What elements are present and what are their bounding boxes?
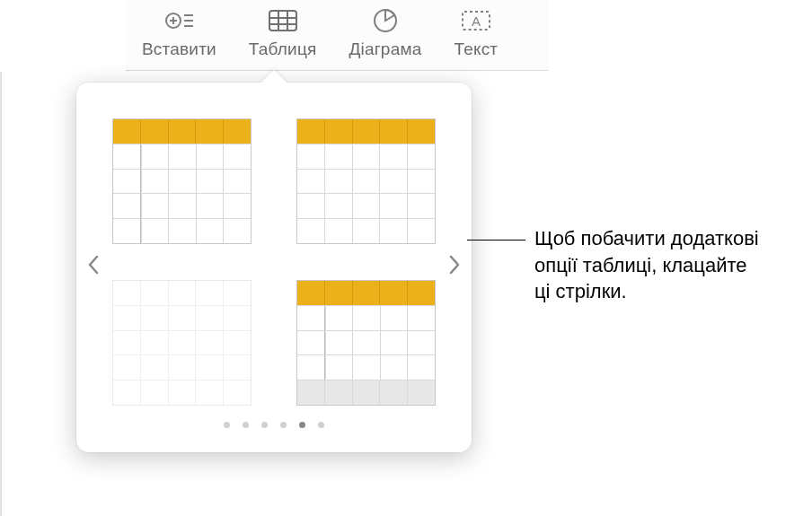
callout-line <box>467 240 525 241</box>
toolbar-chart[interactable]: Діаграма <box>332 7 437 59</box>
toolbar: Вставити Таблиця Діаграма A Текст <box>126 0 548 71</box>
toolbar-label: Діаграма <box>349 39 421 59</box>
toolbar-label: Таблиця <box>249 39 317 59</box>
table-icon <box>268 7 298 34</box>
table-style-option-1[interactable] <box>112 118 252 244</box>
next-page-arrow[interactable] <box>443 244 466 291</box>
text-icon: A <box>461 7 491 34</box>
page-dot-3[interactable] <box>261 422 268 428</box>
callout-text: Щоб побачити додаткові опції таблиці, кл… <box>534 225 768 305</box>
table-styles-popover <box>76 83 472 452</box>
window-edge <box>0 72 2 516</box>
page-dot-1[interactable] <box>224 422 230 428</box>
table-style-option-4[interactable] <box>296 280 436 406</box>
page-dot-6[interactable] <box>318 422 324 428</box>
insert-icon <box>163 7 194 34</box>
table-styles-grid <box>112 118 436 406</box>
toolbar-text[interactable]: A Текст <box>437 7 514 59</box>
toolbar-label: Текст <box>454 39 498 59</box>
previous-page-arrow[interactable] <box>82 244 105 291</box>
page-dot-4[interactable] <box>280 422 287 428</box>
page-dot-2[interactable] <box>243 422 249 428</box>
chart-icon <box>370 7 401 34</box>
page-indicator <box>112 422 436 428</box>
svg-text:A: A <box>472 13 481 29</box>
table-style-option-2[interactable] <box>296 118 436 244</box>
page-dot-5[interactable] <box>299 422 305 428</box>
toolbar-insert[interactable]: Вставити <box>126 7 233 59</box>
table-style-option-3[interactable] <box>112 280 252 406</box>
toolbar-table[interactable]: Таблиця <box>233 7 333 59</box>
svg-rect-6 <box>269 11 296 31</box>
toolbar-label: Вставити <box>142 39 216 59</box>
